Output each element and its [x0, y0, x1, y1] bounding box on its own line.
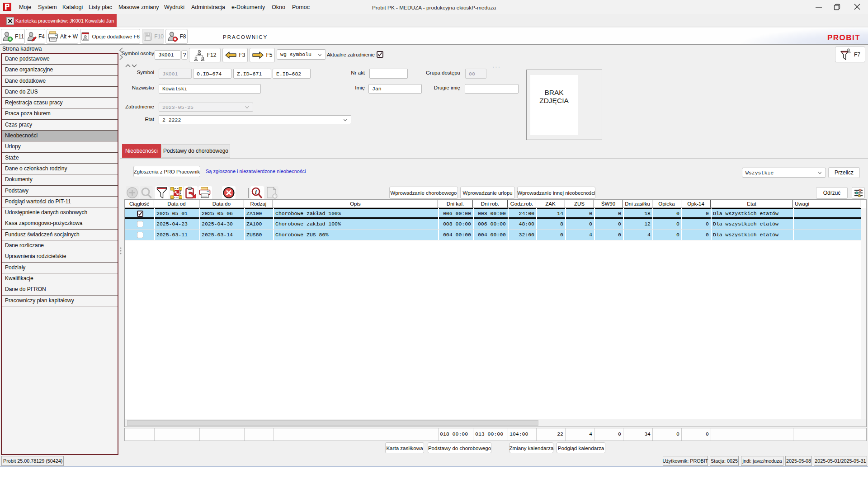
svg-text:i: i — [255, 188, 257, 195]
